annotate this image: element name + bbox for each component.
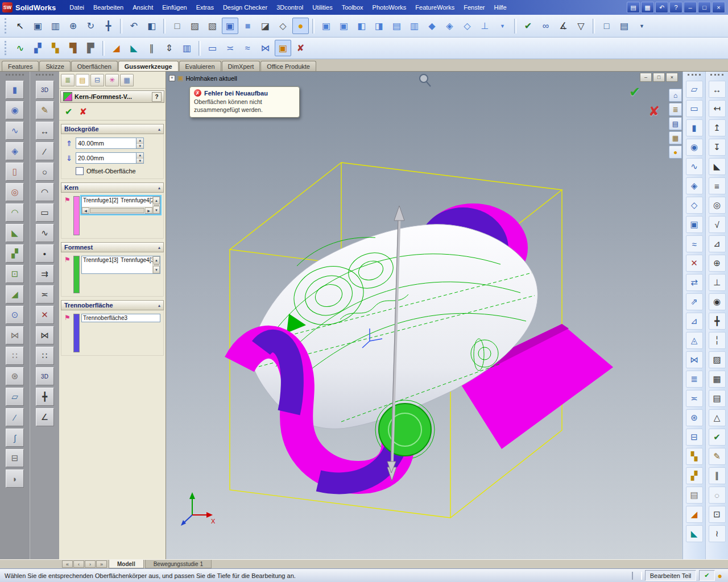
help-icon[interactable]: ? bbox=[669, 2, 682, 13]
parting-surfaces-icon[interactable]: ▚ bbox=[47, 40, 64, 56]
tab-office-produkte[interactable]: Office Produkte bbox=[260, 61, 316, 71]
ok-button[interactable]: ✔ bbox=[65, 106, 72, 117]
3d-sketch-plane-icon[interactable]: 3D bbox=[36, 367, 54, 385]
move-face-icon[interactable]: ▥ bbox=[179, 40, 195, 56]
rotate-view-icon[interactable]: ↻ bbox=[82, 18, 99, 34]
displaymanager-tab-icon[interactable]: ▦ bbox=[120, 74, 134, 86]
thicken-icon[interactable]: ≣ bbox=[686, 371, 703, 388]
line-icon[interactable]: ∕ bbox=[36, 142, 54, 160]
knit-surface-icon[interactable]: ⋈ bbox=[686, 351, 703, 368]
model-tab-bewegungsstudie-1[interactable]: Bewegungsstudie 1 bbox=[145, 560, 212, 568]
shaded-icon[interactable]: ■ bbox=[239, 18, 256, 34]
core-icon[interactable]: ▛ bbox=[82, 40, 99, 56]
new-document-icon[interactable]: □ bbox=[598, 18, 615, 34]
solidworks-resources-icon[interactable]: ⌂ bbox=[669, 89, 682, 102]
split-icon[interactable]: ⊟ bbox=[6, 449, 24, 467]
undercut-analysis-icon[interactable]: ◣ bbox=[686, 525, 703, 542]
quick-tips-icon[interactable]: ● bbox=[718, 571, 722, 580]
trim-entities-icon[interactable]: ✕ bbox=[36, 306, 54, 324]
trenn-selection-list[interactable]: Trennoberfläche3 bbox=[81, 314, 160, 322]
area-hatch-icon[interactable]: ▨ bbox=[709, 351, 726, 368]
tree-root-label[interactable]: Holmhaken aktuell bbox=[185, 75, 237, 82]
parting-surface-icon[interactable]: ▚ bbox=[686, 448, 703, 465]
measure-icon[interactable]: ∡ bbox=[555, 18, 572, 34]
prev-sheet-icon[interactable]: ‹ bbox=[73, 560, 84, 568]
revolved-boss-icon[interactable]: ◉ bbox=[6, 101, 24, 119]
circle-icon[interactable]: ○ bbox=[36, 163, 54, 181]
undo-icon[interactable]: ↶ bbox=[655, 2, 668, 13]
scale-icon[interactable]: ⇕ bbox=[161, 40, 177, 56]
shadows-in-shaded-mode-icon[interactable]: ◪ bbox=[257, 18, 274, 34]
spin-up-icon[interactable]: ▲ bbox=[136, 153, 143, 159]
kern-item-trennfuge1-2[interactable]: Trennfuge1[2] bbox=[82, 197, 119, 203]
wireframe-icon[interactable]: □ bbox=[169, 18, 185, 34]
swept-boss-icon[interactable]: ∿ bbox=[6, 122, 24, 140]
tab-oberfl-chen[interactable]: Oberflächen bbox=[71, 61, 118, 71]
toolbar-options-icon[interactable]: ▼ bbox=[634, 18, 650, 34]
format-painter-icon[interactable]: ✎ bbox=[709, 448, 726, 465]
revolved-surface-icon[interactable]: ◉ bbox=[686, 139, 703, 156]
zoom-to-area-icon[interactable]: ▥ bbox=[47, 18, 64, 34]
window-minimize-icon[interactable]: – bbox=[684, 2, 697, 13]
menu-photoworks[interactable]: PhotoWorks bbox=[368, 2, 411, 13]
view-back-icon[interactable]: ▣ bbox=[336, 18, 352, 34]
open-document-icon[interactable]: ▤ bbox=[616, 18, 632, 34]
offset-surface-icon[interactable]: ≍ bbox=[222, 40, 238, 56]
geometric-tolerance-icon[interactable]: ⊕ bbox=[709, 255, 726, 272]
formnest-item-trennfuge4-3[interactable]: Trennfuge4[3] bbox=[119, 257, 152, 263]
scroll-down-icon[interactable]: ▼ bbox=[153, 266, 160, 273]
hidden-lines-visible-icon[interactable]: ▨ bbox=[187, 18, 203, 34]
scrollbar-thumb[interactable] bbox=[154, 205, 159, 206]
spin-down-icon[interactable]: ▼ bbox=[136, 144, 143, 149]
first-sheet-icon[interactable]: « bbox=[62, 560, 73, 568]
delete-face-icon[interactable]: ✕ bbox=[686, 255, 703, 272]
lofted-surface-icon[interactable]: ◈ bbox=[686, 177, 703, 194]
menu-datei[interactable]: Datei bbox=[65, 2, 89, 13]
mid-surface-icon[interactable]: ⊟ bbox=[686, 429, 703, 446]
formnest-vertical-scrollbar[interactable]: ▲ ▼ bbox=[152, 256, 160, 273]
print-icon[interactable]: ▤ bbox=[627, 2, 640, 13]
collapse-chevron-icon[interactable]: ▴ bbox=[158, 185, 160, 190]
confirm-ok-button[interactable]: ✔ bbox=[629, 84, 640, 100]
scroll-right-icon[interactable]: ▶ bbox=[145, 207, 152, 214]
offset-surface-icon[interactable]: ≍ bbox=[686, 390, 703, 407]
scroll-down-icon[interactable]: ▼ bbox=[153, 206, 160, 214]
formnest-selection-list[interactable]: Trennfuge1[3]Trennfuge4[3]Verschlussober… bbox=[81, 256, 160, 274]
chamfer-dimension-icon[interactable]: ◣ bbox=[709, 158, 726, 175]
tables-icon[interactable]: ▤ bbox=[709, 390, 726, 407]
save-icon[interactable]: ▦ bbox=[641, 2, 654, 13]
draft-analysis-icon[interactable]: ◢ bbox=[108, 40, 125, 56]
linear-pattern-icon[interactable]: ∷ bbox=[6, 347, 24, 365]
parting-lines-icon[interactable]: ∿ bbox=[12, 40, 28, 56]
smart-dimension-icon[interactable]: ↔ bbox=[709, 81, 726, 98]
realview-graphics-icon[interactable]: ● bbox=[292, 18, 309, 34]
zoom-to-fit-icon[interactable]: ▣ bbox=[30, 18, 46, 34]
spell-checker-icon[interactable]: ✔ bbox=[709, 429, 726, 446]
sketch-pattern-icon[interactable]: ∷ bbox=[36, 347, 54, 365]
view-right-icon[interactable]: ◨ bbox=[371, 18, 387, 34]
insert-mold-folders-icon[interactable]: ▤ bbox=[686, 487, 703, 504]
freeform-icon[interactable]: ≈ bbox=[686, 235, 703, 252]
menu-3dcontrol[interactable]: 3Dcontrol bbox=[272, 2, 308, 13]
centerline-icon[interactable]: ╎ bbox=[709, 332, 726, 349]
view-normal-to-icon[interactable]: ⊥ bbox=[477, 18, 493, 34]
fillet-icon[interactable]: ◠ bbox=[6, 203, 24, 222]
collapse-chevron-icon[interactable]: ▴ bbox=[158, 245, 160, 250]
configurationmanager-tab-icon[interactable]: ⊟ bbox=[90, 74, 104, 86]
spline-icon[interactable]: ∿ bbox=[36, 224, 54, 242]
tab-features[interactable]: Features bbox=[2, 61, 39, 71]
rectangle-icon[interactable]: ▭ bbox=[36, 203, 54, 222]
scrollbar-thumb[interactable] bbox=[154, 264, 159, 265]
revolved-cut-icon[interactable]: ◎ bbox=[6, 183, 24, 201]
menu-bearbeiten[interactable]: Bearbeiten bbox=[89, 2, 128, 13]
mirror-icon[interactable]: ⋈ bbox=[6, 326, 24, 344]
last-sheet-icon[interactable]: » bbox=[96, 560, 107, 568]
smart-dimension-icon[interactable]: ↔ bbox=[36, 122, 54, 140]
graphics-area[interactable]: X + ▣ Holmhaken aktuell –□× ✔ ✘ ⌂≣▤▦● bbox=[166, 72, 682, 559]
mirror-entities-icon[interactable]: ⋈ bbox=[36, 326, 54, 344]
horizontal-dimension-icon[interactable]: ↤ bbox=[709, 100, 726, 117]
draft-analysis-icon[interactable]: ◢ bbox=[686, 506, 703, 523]
section-view-icon[interactable]: ◧ bbox=[143, 18, 160, 34]
selection-filter-icon[interactable]: ▽ bbox=[573, 18, 589, 34]
trim-surface-icon[interactable]: ⊿ bbox=[686, 313, 703, 330]
